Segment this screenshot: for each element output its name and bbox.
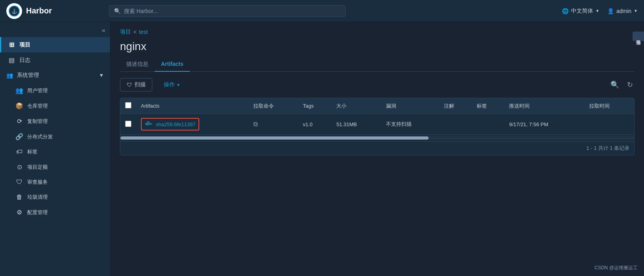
replication-icon: ⟳ [15, 117, 23, 125]
app-header: ⚓ Harbor 🔍 🌐 中文简体 ▼ 👤 admin ▼ [0, 0, 644, 22]
row-size-cell: 51.31MB [331, 114, 381, 135]
chevron-down-icon: ▼ [99, 73, 104, 78]
breadcrumb-projects[interactable]: 项目 [120, 28, 131, 35]
main-layout: « ⊞ 项目 ▤ 日志 👥 系统管理 ▼ 👥 用户管理 📦 仓库管理 ⟳ [0, 22, 644, 276]
search-wrapper[interactable]: 🔍 [109, 5, 346, 17]
search-input[interactable] [124, 8, 341, 14]
distribution-icon: 🔗 [15, 133, 23, 140]
svg-rect-7 [150, 123, 151, 125]
sidebar-item-quota[interactable]: ⊙ 项目定额 [6, 159, 110, 175]
breadcrumb: 项目 < test [120, 28, 635, 35]
svg-rect-6 [148, 122, 150, 123]
sidebar-item-projects[interactable]: ⊞ 项目 [0, 37, 110, 52]
sidebar-item-config[interactable]: ⚙ 配置管理 [6, 205, 110, 220]
table-row: sha256:6fe11397 ⧉ v1.0 51.31MB [120, 114, 634, 135]
col-annotation: 注解 [439, 98, 472, 114]
user-mgmt-icon: 👥 [15, 87, 23, 94]
search-area: 🔍 [109, 5, 346, 17]
globe-icon: 🌐 [562, 8, 569, 14]
user-icon: 👤 [607, 8, 614, 14]
row-annotation-cell [439, 114, 472, 135]
docker-icon [145, 120, 153, 128]
copy-icon[interactable]: ⧉ [253, 121, 258, 127]
sidebar-item-repo-mgmt[interactable]: 📦 仓库管理 [6, 98, 110, 114]
col-pull-time: 拉取时间 [584, 98, 634, 114]
logo-area: ⚓ Harbor [6, 3, 109, 19]
select-all-checkbox[interactable] [125, 102, 131, 108]
col-checkbox [120, 98, 136, 114]
col-labels: 标签 [472, 98, 505, 114]
projects-icon: ⊞ [7, 41, 15, 48]
sidebar-item-distribution[interactable]: 🔗 分布式分发 [6, 129, 110, 144]
repo-icon: 📦 [15, 102, 23, 110]
sidebar-item-gc[interactable]: 🗑 垃圾清理 [6, 190, 110, 205]
col-vulnerability: 漏洞 [381, 98, 439, 114]
row-artifact-cell: sha256:6fe11397 [136, 114, 249, 135]
col-tags: Tags [298, 98, 331, 114]
sidebar-item-user-mgmt[interactable]: 👥 用户管理 [6, 83, 110, 98]
actions-button[interactable]: 操作 ▼ [157, 78, 187, 91]
tab-bar: 描述信息 Artifacts [120, 58, 635, 72]
search-button[interactable]: 🔍 [609, 79, 621, 91]
chevron-down-icon: ▼ [634, 9, 638, 13]
col-push-time: 推送时间 [504, 98, 584, 114]
scroll-track[interactable] [120, 136, 634, 140]
system-icon: 👥 [6, 72, 13, 78]
shield-icon: 🛡 [127, 82, 132, 88]
scrollbar-row [120, 135, 634, 142]
col-size: 大小 [331, 98, 381, 114]
quota-icon: ⊙ [15, 163, 23, 171]
table-header-row: Artifacts 拉取命令 Tags 大小 漏洞 [120, 98, 634, 114]
svg-rect-5 [147, 122, 148, 123]
svg-rect-2 [145, 123, 146, 125]
toolbar-right: 🔍 ↻ [609, 79, 635, 91]
sidebar-item-logs[interactable]: ▤ 日志 [0, 52, 110, 68]
sidebar: « ⊞ 项目 ▤ 日志 👥 系统管理 ▼ 👥 用户管理 📦 仓库管理 ⟳ [0, 22, 110, 276]
row-pull-time-cell [584, 114, 634, 135]
breadcrumb-project-name[interactable]: test [139, 29, 148, 35]
scroll-thumb [120, 136, 429, 140]
chevron-down-icon: ▼ [595, 9, 599, 13]
table-toolbar: 🛡 扫描 操作 ▼ 🔍 ↻ [120, 78, 635, 91]
tab-artifacts[interactable]: Artifacts [155, 58, 190, 72]
row-vulnerability-cell: 不支持扫描 [381, 114, 439, 135]
logo-icon: ⚓ [6, 3, 22, 19]
artifact-link[interactable]: sha256:6fe11397 [141, 118, 199, 131]
svg-text:⚓: ⚓ [11, 8, 17, 14]
scrollbar-cell [120, 135, 634, 142]
labels-icon: 🏷 [15, 148, 23, 155]
tab-info[interactable]: 描述信息 [120, 58, 155, 72]
row-pull-command-cell: ⧉ [249, 114, 298, 135]
col-artifacts: Artifacts [136, 98, 249, 114]
config-icon: ⚙ [15, 209, 23, 216]
col-pull-command: 拉取命令 [249, 98, 298, 114]
sidebar-collapse-button[interactable]: « [0, 25, 110, 37]
user-menu[interactable]: 👤 admin ▼ [607, 8, 638, 14]
row-checkbox-cell [120, 114, 136, 135]
row-push-time-cell: 9/17/21, 7:56 PM [504, 114, 584, 135]
row-labels-cell [472, 114, 505, 135]
logs-icon: ▤ [7, 56, 15, 64]
right-panel-hint[interactable]: 拓扑推导 [633, 32, 644, 41]
row-tags-cell: v1.0 [298, 114, 331, 135]
header-right: 🌐 中文简体 ▼ 👤 admin ▼ [562, 7, 638, 15]
audit-icon: 🛡 [15, 179, 23, 186]
svg-rect-4 [148, 123, 150, 125]
row-checkbox[interactable] [125, 121, 131, 127]
sidebar-sub-system: 👥 用户管理 📦 仓库管理 ⟳ 复制管理 🔗 分布式分发 🏷 标签 ⊙ 项目 [0, 83, 110, 220]
sidebar-item-system[interactable]: 👥 系统管理 ▼ [0, 68, 110, 83]
chevron-down-icon: ▼ [176, 83, 180, 87]
sidebar-item-replication[interactable]: ⟳ 复制管理 [6, 114, 110, 129]
refresh-button[interactable]: ↻ [625, 79, 635, 91]
artifacts-table: Artifacts 拉取命令 Tags 大小 漏洞 [120, 98, 635, 155]
main-content: 项目 < test nginx 描述信息 Artifacts 🛡 扫描 操作 ▼ [110, 22, 644, 276]
search-icon: 🔍 [114, 8, 121, 14]
sidebar-item-labels[interactable]: 🏷 标签 [6, 144, 110, 159]
svg-rect-3 [147, 123, 148, 125]
gc-icon: 🗑 [15, 194, 23, 201]
language-selector[interactable]: 🌐 中文简体 ▼ [562, 7, 599, 15]
breadcrumb-separator: < [133, 29, 137, 35]
scan-button[interactable]: 🛡 扫描 [120, 78, 152, 91]
watermark: CSDN @运维搬运工 [594, 265, 638, 271]
sidebar-item-audit[interactable]: 🛡 审查服务 [6, 175, 110, 190]
